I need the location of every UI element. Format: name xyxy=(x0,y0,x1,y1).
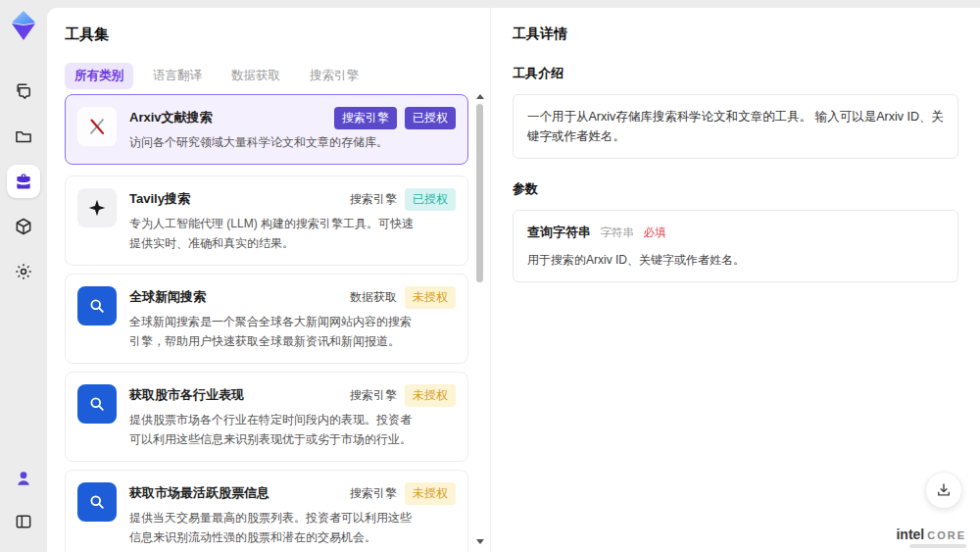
param-type: 字符串 xyxy=(600,226,634,238)
tool-title: Tavily搜索 xyxy=(129,188,190,208)
sidebar-item-collapse[interactable] xyxy=(7,505,40,538)
tool-auth-badge: 未授权 xyxy=(405,286,456,309)
tool-category-badge: 数据获取 xyxy=(350,286,397,309)
folder-icon xyxy=(14,126,33,146)
tool-title: 获取股市各行业表现 xyxy=(129,384,244,404)
tool-card-1[interactable]: Tavily搜索 搜索引擎 已授权 专为人工智能代理 (LLM) 构建的搜索引擎… xyxy=(65,176,468,266)
scrollbar[interactable] xyxy=(474,92,486,548)
tool-category-badge: 搜索引擎 xyxy=(350,384,397,407)
chat-icon xyxy=(14,81,33,101)
sidebar-item-files[interactable] xyxy=(7,120,40,153)
tool-category-badge: 搜索引擎 xyxy=(334,107,397,129)
category-tabs: 所有类别语言翻译数据获取搜索引擎 xyxy=(65,63,368,89)
tool-list-pane: 工具集 所有类别语言翻译数据获取搜索引擎 Arxiv文献搜索 搜索引擎 已授权 … xyxy=(47,8,490,552)
sidebar-item-chat[interactable] xyxy=(7,75,40,108)
tool-card-4[interactable]: 获取市场最活跃股票信息 搜索引擎 未授权 提供当天交易量最高的股票列表。投资者可… xyxy=(65,470,468,552)
brand-core-text: CORE xyxy=(927,529,966,541)
cube-icon xyxy=(14,217,33,236)
tool-title: 获取市场最活跃股票信息 xyxy=(129,482,270,502)
brand-intel-text: intel xyxy=(896,527,924,542)
tool-details-pane: 工具详情 工具介绍 一个用于从Arxiv存储库搜索科学论文和文章的工具。 输入可… xyxy=(490,8,980,552)
news-search-icon xyxy=(77,482,117,522)
tool-description: 专为人工智能代理 (LLM) 构建的搜索引擎工具。可快速提供实时、准确和真实的结… xyxy=(129,215,417,253)
tab-3[interactable]: 搜索引擎 xyxy=(300,63,368,89)
tool-description: 提供股票市场各个行业在特定时间段内的表现。投资者可以利用这些信息来识别表现优于或… xyxy=(129,411,417,449)
user-icon xyxy=(14,469,33,488)
tab-2[interactable]: 数据获取 xyxy=(221,63,290,89)
param-description: 用于搜索的Arxiv ID、关键字或作者姓名。 xyxy=(527,251,944,270)
tool-list: Arxiv文献搜索 搜索引擎 已授权 访问各个研究领域大量科学论文和文章的存储库… xyxy=(65,94,468,552)
tool-category-badge: 搜索引擎 xyxy=(350,188,397,211)
news-search-icon xyxy=(77,384,117,424)
news-search-icon xyxy=(77,286,117,326)
tool-description: 提供当天交易量最高的股票列表。投资者可以利用这些信息来识别流动性强的股票和潜在的… xyxy=(129,509,417,547)
tool-auth-badge: 已授权 xyxy=(405,188,456,211)
intro-heading: 工具介绍 xyxy=(513,65,958,82)
tool-auth-badge: 未授权 xyxy=(405,482,456,505)
tool-title: 全球新闻搜索 xyxy=(129,286,206,306)
intel-core-logo: intel CORE xyxy=(896,527,966,542)
sidebar-item-settings[interactable] xyxy=(7,255,40,288)
brand-underline xyxy=(909,544,966,548)
tavily-star-icon xyxy=(77,188,117,227)
app-logo xyxy=(9,10,38,41)
gear-icon xyxy=(14,262,33,281)
scrollbar-thumb[interactable] xyxy=(476,104,483,282)
page-title: 工具集 xyxy=(65,25,109,44)
tool-category-badge: 搜索引擎 xyxy=(350,482,397,505)
toolbox-icon xyxy=(14,172,33,191)
tab-1[interactable]: 语言翻译 xyxy=(143,63,212,89)
scroll-up-arrow[interactable] xyxy=(476,94,484,99)
param-required-badge: 必填 xyxy=(643,226,665,238)
sidebar-item-tools[interactable] xyxy=(7,165,40,198)
panel-toggle-icon xyxy=(14,512,33,531)
param-name: 查询字符串 xyxy=(527,225,591,239)
tab-0[interactable]: 所有类别 xyxy=(65,63,133,89)
tool-description: 访问各个研究领域大量科学论文和文章的存储库。 xyxy=(129,133,417,152)
intro-box: 一个用于从Arxiv存储库搜索科学论文和文章的工具。 输入可以是Arxiv ID… xyxy=(513,94,958,159)
tool-auth-badge: 已授权 xyxy=(405,107,456,129)
params-heading: 参数 xyxy=(513,180,958,198)
app-sidebar xyxy=(0,0,47,552)
intro-text: 一个用于从Arxiv存储库搜索科学论文和文章的工具。 输入可以是Arxiv ID… xyxy=(527,110,944,143)
download-button[interactable] xyxy=(925,472,962,509)
details-title: 工具详情 xyxy=(513,25,958,43)
sidebar-item-packages[interactable] xyxy=(7,210,40,243)
tool-title: Arxiv文献搜索 xyxy=(129,107,213,126)
sidebar-item-account[interactable] xyxy=(7,462,40,495)
arxiv-logo-icon xyxy=(77,107,117,146)
download-icon xyxy=(935,481,953,499)
main-panel: 工具集 所有类别语言翻译数据获取搜索引擎 Arxiv文献搜索 搜索引擎 已授权 … xyxy=(47,8,980,552)
scroll-down-arrow[interactable] xyxy=(476,539,484,544)
tool-card-2[interactable]: 全球新闻搜索 数据获取 未授权 全球新闻搜索是一个聚合全球各大新闻网站内容的搜索… xyxy=(65,274,468,364)
tool-card-0[interactable]: Arxiv文献搜索 搜索引擎 已授权 访问各个研究领域大量科学论文和文章的存储库… xyxy=(65,94,468,165)
tool-description: 全球新闻搜索是一个聚合全球各大新闻网站内容的搜索引擎，帮助用户快速获取全球最新资… xyxy=(129,313,417,351)
tool-card-3[interactable]: 获取股市各行业表现 搜索引擎 未授权 提供股票市场各个行业在特定时间段内的表现。… xyxy=(65,372,468,462)
tool-auth-badge: 未授权 xyxy=(405,384,456,407)
param-box: 查询字符串 字符串 必填 用于搜索的Arxiv ID、关键字或作者姓名。 xyxy=(513,210,958,282)
